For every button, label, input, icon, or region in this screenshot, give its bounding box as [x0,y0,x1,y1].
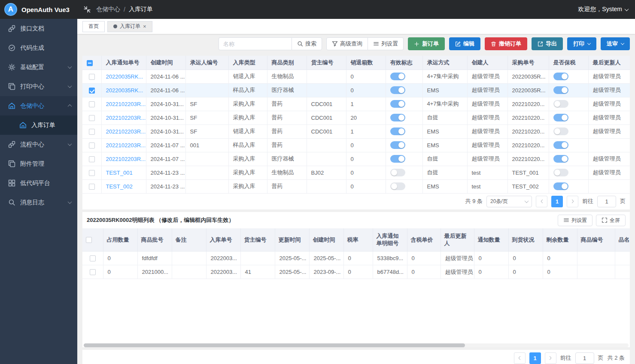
detail-column-header[interactable]: 货主编号 [240,228,275,252]
table-row[interactable]: 2022102203R...2024-10-31...SF销退入库普药CDC00… [82,124,630,138]
breadcrumb-item[interactable]: 仓储中心 [96,6,120,13]
new-order-button[interactable]: 新订单 [408,37,445,50]
column-header[interactable]: 入库类型 [228,56,267,70]
bonded-switch[interactable] [553,155,568,163]
column-header[interactable]: 承运人编号 [185,56,228,70]
row-checkbox[interactable] [89,115,95,121]
detail-next-page-button[interactable] [545,352,556,364]
edit-button[interactable]: 编辑 [449,37,480,50]
valid-switch[interactable] [390,155,405,163]
scrollbar-thumb[interactable] [84,343,465,347]
table-row[interactable]: TEST_0022024-11-23 ...采购入库普药0EMStestTEST… [82,179,630,193]
row-checkbox[interactable] [89,74,95,80]
bonded-switch[interactable] [553,86,568,94]
table-row[interactable]: 2022102203R...2024-11-07 ...001样品入库普药0EM… [82,138,630,152]
table-row[interactable]: 20220035RK...2024-11-06 ...销退入库生物制品04+7集… [82,70,630,83]
column-header[interactable]: 货主编号 [307,56,346,70]
next-page-button[interactable] [567,196,578,207]
detail-column-header[interactable]: 创建时间 [309,228,343,252]
sidebar-item-code-gen[interactable]: 代码生成 [0,38,77,58]
tab-home[interactable]: 首页 [82,21,105,32]
select-all-checkbox[interactable] [87,60,93,66]
bonded-switch[interactable] [553,127,568,135]
column-header[interactable]: 有效标志 [386,56,422,70]
detail-column-header[interactable]: 到货状况 [508,228,543,252]
approve-button[interactable]: 送审 [601,37,630,50]
column-header[interactable]: 销退箱数 [346,56,386,70]
column-header[interactable]: 商品类别 [267,56,307,70]
detail-column-header[interactable]: 通知数量 [474,228,508,252]
sidebar-item-attachment[interactable]: 附件管理 [0,154,77,173]
detail-column-header[interactable]: 入库单号 [206,228,240,252]
sidebar-item-base-config[interactable]: 基础配置 [0,58,77,77]
detail-column-header[interactable]: 品名 [615,228,630,252]
sidebar-item-process-center[interactable]: 流程中心 [0,135,77,154]
row-checkbox[interactable] [89,88,95,94]
table-row[interactable]: 2022102203R...2024-11-07 ...采购入库医疗器械0自提超… [82,152,630,166]
detail-prev-page-button[interactable] [514,352,526,364]
order-number-link[interactable]: 2022102203R... [106,156,146,162]
valid-switch[interactable] [390,100,405,108]
sidebar-collapse-icon[interactable] [83,6,91,13]
bonded-switch[interactable] [553,114,568,121]
detail-column-header[interactable]: 商品编号 [577,228,615,252]
order-number-link[interactable]: 20220035RK... [106,73,143,80]
detail-table-row[interactable]: 02021000...2022003...412025-05-...2023-0… [82,265,630,279]
order-number-link[interactable]: 2022102203R... [106,101,146,107]
horizontal-scrollbar[interactable] [84,343,629,347]
row-checkbox[interactable] [89,170,95,176]
detail-column-header[interactable]: 税率 [343,228,373,252]
row-checkbox[interactable] [89,101,95,107]
detail-goto-page-input[interactable] [575,352,594,364]
valid-switch[interactable] [390,169,405,176]
row-checkbox[interactable] [89,184,95,190]
column-header[interactable]: 承运方式 [422,56,467,70]
table-row[interactable]: TEST_0012024-11-23 ...采购入库生物制品BJ020自提tes… [82,166,630,179]
valid-switch[interactable] [390,73,405,80]
column-header[interactable]: 创建人 [467,56,507,70]
order-number-link[interactable]: 2022102203R... [106,142,146,149]
order-number-link[interactable]: 20220035RK... [106,87,143,94]
detail-table-row[interactable]: 0fdfdfdf2022003...2025-05-...2025-05-...… [82,252,630,265]
order-number-link[interactable]: 2022102203R... [106,115,146,121]
order-number-link[interactable]: TEST_001 [106,170,133,176]
sidebar-item-warehouse-center[interactable]: 仓储中心 [0,96,77,115]
search-button[interactable]: 搜索 [292,37,322,50]
table-row[interactable]: 20220035RK...2024-11-06 ...样品入库医疗器械0EMS超… [82,83,630,97]
detail-page-number-button[interactable]: 1 [529,352,541,364]
user-menu[interactable]: 欢迎您，System [578,6,628,13]
detail-column-header[interactable]: 商品批号 [137,228,172,252]
print-button[interactable]: 打印 [567,37,596,50]
cancel-order-button[interactable]: 撤销订单 [485,37,527,50]
table-row[interactable]: 2022102203R...2024-10-31...SF采购入库普药CDC00… [82,97,630,111]
detail-row-checkbox[interactable] [90,255,96,261]
export-button[interactable]: 导出 [532,37,563,50]
column-header[interactable]: 入库通知单号 [101,56,146,70]
goto-page-input[interactable] [597,196,616,207]
sidebar-item-api-docs[interactable]: 接口文档 [0,19,77,38]
page-size-select[interactable]: 20条/页 [486,196,532,207]
table-row[interactable]: 2022102203R...2024-10-31...SF采购入库普药CDC00… [82,111,630,124]
column-header[interactable]: 采购单号 [507,56,549,70]
close-icon[interactable]: × [143,24,146,29]
detail-column-header[interactable]: 入库通知单明细号 [373,228,407,252]
column-header[interactable]: 是否保税 [549,56,588,70]
row-checkbox[interactable] [89,143,95,149]
sidebar-item-inbound-order[interactable]: 入库订单 [0,115,77,135]
bonded-switch[interactable] [553,73,568,80]
valid-switch[interactable] [390,127,405,135]
sidebar-item-lowcode[interactable]: 低代码平台 [0,173,77,193]
order-number-link[interactable]: 2022102203R... [106,128,146,135]
bonded-switch[interactable] [553,169,568,176]
row-checkbox[interactable] [89,129,95,135]
prev-page-button[interactable] [536,196,547,207]
detail-column-header[interactable]: 占用数量 [103,228,137,252]
detail-row-checkbox[interactable] [90,269,96,275]
column-settings-button[interactable]: 列设置 [368,37,404,50]
sidebar-item-message-log[interactable]: 消息日志 [0,193,77,212]
detail-select-all-checkbox[interactable] [86,237,92,243]
column-header[interactable]: 创建时间 [146,56,185,70]
detail-column-header[interactable]: 更新时间 [275,228,309,252]
order-number-link[interactable]: TEST_002 [106,183,133,190]
valid-switch[interactable] [390,141,405,149]
